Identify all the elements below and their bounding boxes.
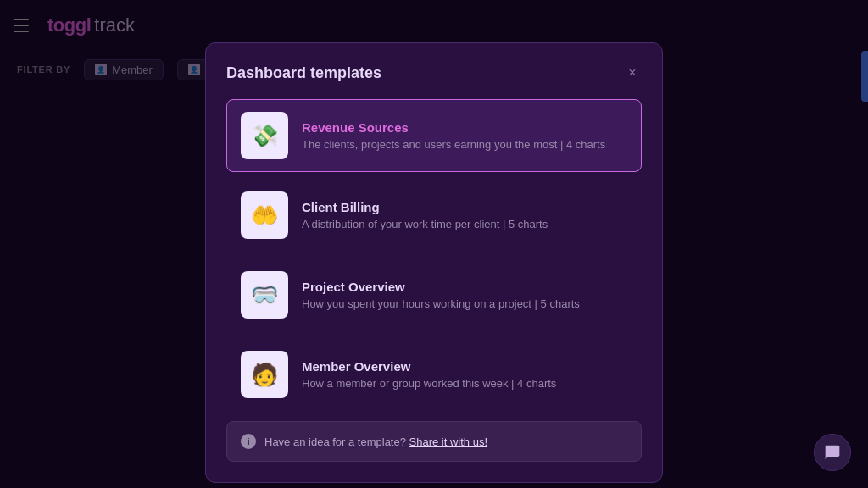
template-info-revenue: Revenue Sources The clients, projects an… [302,120,627,151]
dashboard-templates-modal: Dashboard templates × 💸 Revenue Sources … [205,42,663,483]
template-desc-member: How a member or group worked this week |… [302,377,627,390]
billing-emoji: 🤲 [251,202,278,229]
template-name-member: Member Overview [302,359,627,374]
template-icon-project: 🥽 [241,271,288,319]
template-icon-member: 🧑 [241,351,288,398]
project-emoji: 🥽 [251,282,278,308]
footer-share-link[interactable]: Share it with us! [409,435,488,448]
template-icon-billing: 🤲 [241,191,288,239]
footer-text: Have an idea for a template? Share it wi… [264,435,487,448]
modal-close-button[interactable]: × [623,64,642,82]
template-desc-billing: A distribution of your work time per cli… [302,218,627,230]
chat-button[interactable] [814,434,851,471]
modal-title: Dashboard templates [226,64,381,82]
template-item-billing[interactable]: 🤲 Client Billing A distribution of your … [226,179,642,252]
info-icon: i [241,434,256,449]
modal-footer: i Have an idea for a template? Share it … [226,421,642,462]
chat-icon [824,444,841,461]
template-info-billing: Client Billing A distribution of your wo… [302,200,627,230]
template-item-project[interactable]: 🥽 Project Overview How you spent your ho… [226,258,642,331]
modal-header: Dashboard templates × [226,64,642,82]
footer-static-text: Have an idea for a template? [264,435,406,448]
member-overview-emoji: 🧑 [251,362,278,388]
template-item-member[interactable]: 🧑 Member Overview How a member or group … [226,338,642,411]
template-desc-revenue: The clients, projects and users earning … [302,138,627,151]
template-name-billing: Client Billing [302,200,627,214]
template-name-project: Project Overview [302,280,627,294]
template-icon-revenue: 💸 [241,112,288,159]
template-name-revenue: Revenue Sources [302,120,627,135]
template-info-member: Member Overview How a member or group wo… [302,359,627,390]
revenue-emoji: 💸 [251,123,278,149]
template-item-revenue[interactable]: 💸 Revenue Sources The clients, projects … [226,99,642,172]
template-desc-project: How you spent your hours working on a pr… [302,297,627,310]
template-info-project: Project Overview How you spent your hour… [302,280,627,310]
